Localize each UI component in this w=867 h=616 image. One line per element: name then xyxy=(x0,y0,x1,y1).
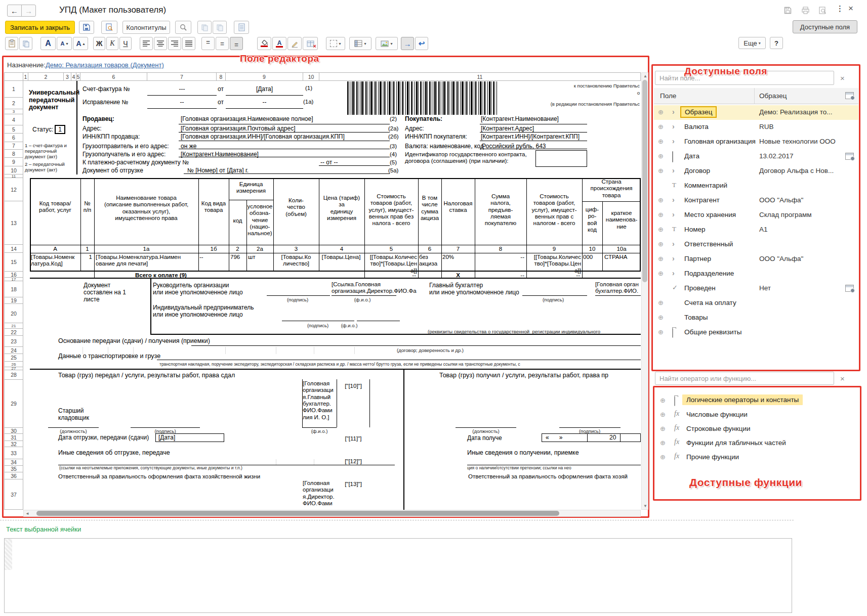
print-icon[interactable] xyxy=(801,6,810,15)
row-header-cell[interactable]: 20 xyxy=(4,304,23,323)
fields-col-sample[interactable]: Образец xyxy=(759,92,787,100)
expand-icon[interactable]: ⊕ xyxy=(660,411,666,418)
column-header-cell[interactable]: 11 xyxy=(319,72,641,81)
find-button[interactable] xyxy=(175,21,191,34)
expand-icon[interactable]: ⊕ xyxy=(658,196,664,204)
row-header-cell[interactable]: 25 xyxy=(4,354,23,362)
buyer-value[interactable]: [Контрагент.Наименование] xyxy=(481,116,559,123)
field-label[interactable]: Проведен xyxy=(684,284,716,292)
row-header-cell[interactable]: 29 xyxy=(4,380,23,428)
received-label[interactable]: Товар (груз) получил / услуги, результат… xyxy=(439,372,608,379)
function-search-clear-icon[interactable]: × xyxy=(840,374,845,383)
row-header-cell[interactable]: 9 xyxy=(4,158,23,166)
save-button[interactable] xyxy=(79,21,94,34)
row-header-cell[interactable]: 6 xyxy=(4,134,23,142)
transport-label[interactable]: Данные о транспортировке и грузе xyxy=(58,353,160,360)
row-header-cell[interactable]: 30 xyxy=(4,428,23,434)
field-label[interactable]: Партнер xyxy=(684,255,711,262)
total-dash-9[interactable]: -- xyxy=(526,272,580,279)
sheet-corner[interactable] xyxy=(4,72,23,81)
gov-contract-label[interactable]: Идентификатор государственного контракта… xyxy=(405,151,535,165)
field-value[interactable]: Склад программ xyxy=(759,211,812,218)
field-label[interactable]: Контрагент xyxy=(684,196,720,204)
field-label[interactable]: Головная организация xyxy=(684,138,756,145)
field-row-dogovor[interactable]: ⊕ › Договор Договор Альфа с Нов... xyxy=(654,164,858,179)
expand-icon[interactable]: ⊕ xyxy=(658,314,664,321)
field-label[interactable]: Образец xyxy=(680,106,717,118)
assignment-link[interactable]: Демо: Реализация товаров (Документ) xyxy=(46,61,164,69)
expand-icon[interactable]: ⊕ xyxy=(658,138,664,145)
row-header-cell[interactable]: 24 xyxy=(4,347,23,354)
f12-cell[interactable]: ["[12]"] xyxy=(338,458,368,465)
seller-addr-value[interactable]: [Головная организация.Почтовый адрес] xyxy=(181,125,296,133)
expand-icon[interactable]: ⊕ xyxy=(658,167,664,174)
cells-style-dropdown[interactable]: ▾ xyxy=(349,37,371,50)
preview-icon[interactable] xyxy=(818,6,827,15)
field-label[interactable]: Место хранения xyxy=(684,211,736,218)
font-button[interactable]: А xyxy=(40,37,56,50)
copy-format-button[interactable] xyxy=(19,37,32,50)
consignee-label[interactable]: Грузополучатель и его адрес: xyxy=(82,151,166,158)
underline-button[interactable]: Ч xyxy=(119,37,132,50)
expand-icon[interactable]: ⊕ xyxy=(660,425,666,432)
row-header-cell[interactable]: 28 xyxy=(4,370,23,380)
function-group-logical[interactable]: ⊕ Логические операторы и константы xyxy=(656,393,860,408)
buyer-inn-value[interactable]: [Контрагент.ИНН]/[Контрагент.КПП] xyxy=(481,134,580,141)
field-value[interactable]: Нет xyxy=(759,284,771,292)
function-group-tabular[interactable]: ⊕ fx Функции для табличных частей xyxy=(656,436,860,451)
delete-format-button[interactable]: × xyxy=(303,37,318,50)
field-label[interactable]: Общие реквизиты xyxy=(684,328,741,336)
editor-vscroll-thumb[interactable] xyxy=(642,80,647,282)
column-header-cell[interactable]: 3 xyxy=(64,72,71,81)
legend1-cell[interactable]: 1 – счет-фактура и передаточный документ… xyxy=(25,143,67,159)
expand-icon[interactable]: ⊕ xyxy=(660,453,666,461)
row-header-cell[interactable]: 3 xyxy=(4,109,23,114)
field-row-obshchie[interactable]: ⊕ Общие реквизиты xyxy=(654,325,858,340)
row-header-cell[interactable]: 23 xyxy=(4,336,23,347)
function-group-label[interactable]: Функции для табличных частей xyxy=(686,439,786,447)
column-header-cell[interactable]: 1 xyxy=(23,72,28,81)
row-header-cell[interactable]: 7 xyxy=(4,142,23,150)
fill-color-button[interactable] xyxy=(257,37,271,50)
payment-label[interactable]: К платежно-расчетному документу № xyxy=(82,159,189,166)
doc-title-cell[interactable]: Универсальный передаточный документ xyxy=(29,89,77,111)
function-group-string[interactable]: ⊕ fx Строковые функции xyxy=(656,422,860,436)
more-button[interactable]: Еще ▾ xyxy=(738,37,766,49)
field-row-kommentariy[interactable]: T Комментарий xyxy=(654,179,858,193)
resp-left-label[interactable]: Ответственный за правильность оформления… xyxy=(58,473,260,480)
bold-button[interactable]: Ж xyxy=(93,37,105,50)
field-label[interactable]: Комментарий xyxy=(684,182,727,189)
expand-icon[interactable]: ⊕ xyxy=(660,439,666,447)
field-settings-icon[interactable] xyxy=(845,285,854,292)
column-header-cell[interactable]: 6 xyxy=(80,72,147,81)
wrap-text-button[interactable]: ↩ xyxy=(415,37,428,50)
field-value[interactable]: Демо: Реализация то... xyxy=(759,108,833,116)
field-value[interactable]: RUB xyxy=(759,123,774,130)
expand-icon[interactable]: ⊕ xyxy=(658,255,664,262)
head-org-cell[interactable]: Руководитель организации или иное уполно… xyxy=(153,282,243,296)
expand-icon[interactable]: ⊕ xyxy=(658,108,664,116)
currency-value[interactable]: Российский рубль, 643 xyxy=(482,143,546,150)
column-header-cell[interactable]: 10 xyxy=(303,72,319,81)
seller-addr-label[interactable]: Адрес: xyxy=(82,125,102,133)
expand-icon[interactable]: ⊕ xyxy=(658,123,664,130)
total-x[interactable]: X xyxy=(441,272,475,279)
payment-value[interactable]: -- от -- xyxy=(320,159,338,166)
field-label[interactable]: Счета на оплату xyxy=(684,299,736,306)
edit-pencil-button[interactable] xyxy=(287,37,302,50)
expand-icon[interactable]: ⊕ xyxy=(658,152,664,160)
expand-icon[interactable]: ⊕ xyxy=(660,397,666,404)
field-row-data[interactable]: ⊕ Дата 13.02.2017 xyxy=(654,149,858,164)
field-value[interactable]: ООО "Альфа" xyxy=(759,196,803,204)
column-header-cell[interactable]: 7 xyxy=(147,72,217,81)
row-header-cell[interactable]: 33 xyxy=(4,447,23,459)
borders-dropdown[interactable]: ▾ xyxy=(326,37,345,50)
align-justify-button[interactable] xyxy=(182,37,195,50)
align-center-button[interactable] xyxy=(154,37,167,50)
total-dash-5[interactable]: -- xyxy=(364,272,416,279)
field-settings-icon[interactable] xyxy=(845,153,854,160)
recvdate-label[interactable]: Дата получе xyxy=(467,435,502,442)
row-header-cell[interactable]: 14 xyxy=(4,245,23,253)
shipdoc-value[interactable]: № [Номер] от [Дата] г. xyxy=(187,167,249,174)
field-value[interactable]: А1 xyxy=(759,226,768,233)
